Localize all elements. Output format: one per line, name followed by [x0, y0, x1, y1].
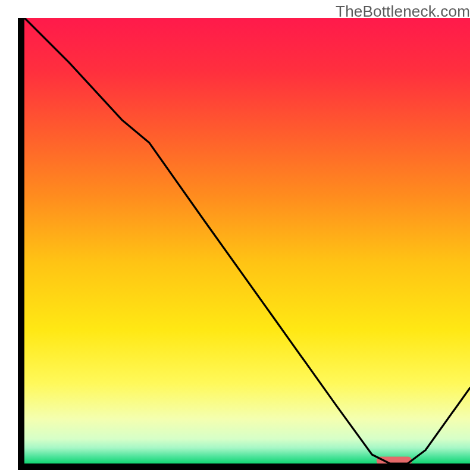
plot-area — [24, 18, 470, 465]
chart-container: TheBottleneck.com — [0, 0, 476, 476]
y-axis — [18, 18, 24, 470]
bottleneck-chart — [18, 18, 470, 470]
x-axis — [18, 464, 470, 470]
plot-background — [24, 18, 470, 464]
